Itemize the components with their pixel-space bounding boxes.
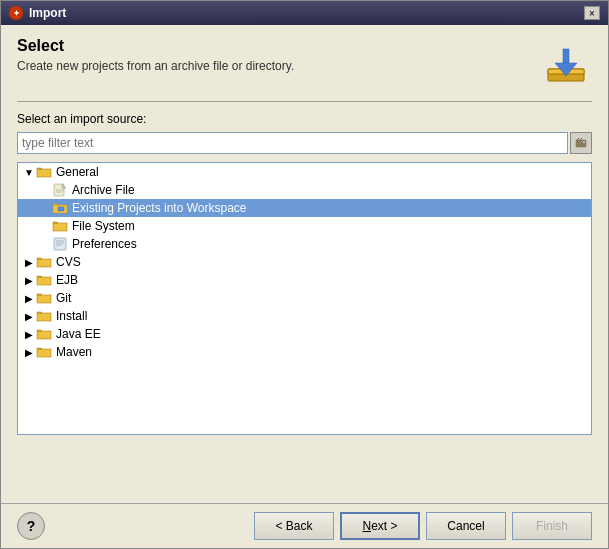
toggle-ejb[interactable]: ▶ [22,273,36,287]
folder-icon-svg [36,165,52,179]
svg-rect-13 [54,238,66,250]
import-source-label: Select an import source: [17,112,592,126]
svg-line-5 [577,138,579,140]
project-folder-icon-svg [52,201,68,215]
filter-row [17,132,592,154]
tree-item-existing-projects[interactable]: Existing Projects into Workspace [18,199,591,217]
tree-item-install[interactable]: ▶ Install [18,307,591,325]
header-text: Select Create new projects from an archi… [17,37,540,73]
tree-item-install-label: Install [56,309,87,323]
archive-icon-svg [52,183,68,197]
cancel-button[interactable]: Cancel [426,512,506,540]
prefs-icon [52,237,68,251]
header-section: Select Create new projects from an archi… [17,37,592,89]
toggle-filesystem [38,219,52,233]
tree-item-maven-label: Maven [56,345,92,359]
tree-item-ejb-label: EJB [56,273,78,287]
header-subtitle: Create new projects from an archive file… [17,59,540,73]
next-button[interactable]: Next > [340,512,420,540]
folder-install-icon [36,309,52,323]
empty-space [17,435,592,495]
tree-item-javaee-label: Java EE [56,327,101,341]
tree-item-prefs-label: Preferences [72,237,137,251]
header-icon [540,37,592,89]
filesystem-icon-svg [52,219,68,233]
folder-cvs-icon [36,255,52,269]
filter-input[interactable] [17,132,568,154]
toggle-prefs [38,237,52,251]
title-bar-left: ✦ Import [9,6,66,20]
toggle-maven[interactable]: ▶ [22,345,36,359]
toggle-general[interactable]: ▼ [22,165,36,179]
folder-cvs-svg [36,255,52,269]
folder-javaee-svg [36,327,52,341]
title-bar: ✦ Import × [1,1,608,25]
tree-item-file-system[interactable]: File System [18,217,591,235]
svg-rect-2 [563,49,569,65]
tree-container[interactable]: ▼ General [17,162,592,435]
folder-general-icon [36,165,52,179]
folder-ejb-svg [36,273,52,287]
tree-item-archive-label: Archive File [72,183,135,197]
folder-maven-icon [36,345,52,359]
back-button[interactable]: < Back [254,512,334,540]
dialog-title: Import [29,6,66,20]
folder-filesystem-icon [52,219,68,233]
tree-item-archive-file[interactable]: Archive File [18,181,591,199]
prefs-icon-svg [52,237,68,251]
toggle-install[interactable]: ▶ [22,309,36,323]
toggle-javaee[interactable]: ▶ [22,327,36,341]
import-icon-svg [544,41,588,85]
tree-item-preferences[interactable]: Preferences [18,235,591,253]
toggle-existing [38,201,52,215]
toggle-git[interactable]: ▶ [22,291,36,305]
tree-item-git-label: Git [56,291,71,305]
finish-button[interactable]: Finish [512,512,592,540]
tree-item-general[interactable]: ▼ General [18,163,591,181]
header-title: Select [17,37,540,55]
folder-ejb-icon [36,273,52,287]
toggle-archive [38,183,52,197]
import-dialog: ✦ Import × Select Create new projects fr… [0,0,609,549]
tree-item-java-ee[interactable]: ▶ Java EE [18,325,591,343]
folder-install-svg [36,309,52,323]
tree-item-maven[interactable]: ▶ Maven [18,343,591,361]
tree-item-git[interactable]: ▶ Git [18,289,591,307]
tree-item-existing-label: Existing Projects into Workspace [72,201,247,215]
folder-maven-svg [36,345,52,359]
svg-rect-12 [58,207,64,211]
button-row: ? < Back Next > Cancel Finish [1,503,608,548]
close-button[interactable]: × [584,6,600,20]
content-area: Select Create new projects from an archi… [1,25,608,503]
svg-line-6 [580,138,582,140]
action-buttons: < Back Next > Cancel Finish [254,512,592,540]
toggle-cvs[interactable]: ▶ [22,255,36,269]
folder-javaee-icon [36,327,52,341]
tree-item-cvs[interactable]: ▶ CVS [18,253,591,271]
tree-item-filesystem-label: File System [72,219,135,233]
folder-git-svg [36,291,52,305]
tree-item-cvs-label: CVS [56,255,81,269]
folder-git-icon [36,291,52,305]
clear-icon [575,137,587,149]
folder-project-icon [52,201,68,215]
header-separator [17,101,592,102]
file-icon-archive [52,183,68,197]
tree-item-general-label: General [56,165,99,179]
clear-filter-button[interactable] [570,132,592,154]
tree-item-ejb[interactable]: ▶ EJB [18,271,591,289]
app-icon: ✦ [9,6,23,20]
svg-rect-4 [576,140,586,147]
help-button[interactable]: ? [17,512,45,540]
